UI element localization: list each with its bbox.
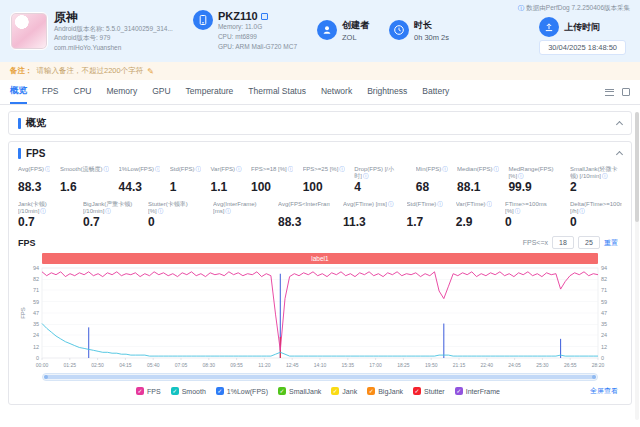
legend-label: FPS [147,388,161,395]
metric-value: 100 [303,181,345,194]
legend-checkbox-icon[interactable]: ✓ [331,387,339,395]
metric-info-icon[interactable]: ⓘ [45,166,51,172]
svg-text:18:25: 18:25 [397,362,410,368]
tab-Temperature[interactable]: Temperature [186,80,234,104]
svg-text:71: 71 [601,287,607,293]
legend-checkbox-icon[interactable]: ✓ [136,387,144,395]
svg-text:04:15: 04:15 [119,362,132,368]
upload-time-value: 30/04/2025 18:48:50 [539,40,626,55]
page-scrollbar[interactable] [635,112,639,420]
annotation-band[interactable]: label1 [42,253,598,264]
metric-Avg(FPS): Avg(FPS)ⓘ88.3 [18,166,50,194]
metric-Min(FPS): Min(FPS)ⓘ68 [416,166,448,194]
metric-info-icon[interactable]: ⓘ [388,201,394,207]
upload-label: 上传时间 [564,21,600,34]
android-version-name: Android版本名称: 5.5.0_31400259_314... [54,24,173,33]
metric-info-icon[interactable]: ⓘ [518,173,524,179]
duration-value: 0h 30m 2s [414,33,449,42]
metric-info-icon[interactable]: ⓘ [158,208,164,214]
threshold-input-2[interactable] [578,236,600,249]
metric-Delta(FTime>=100ms) [/h]: Delta(FTime>=100ms) [/h]ⓘ0 [570,201,622,229]
chart-scrollbar[interactable] [42,373,598,381]
fps-metrics-row-2: Jank(卡顿) [/10min]ⓘ0.7BigJank(严重卡顿) [/10m… [18,201,622,229]
metric-info-icon[interactable]: ⓘ [493,166,499,172]
metric-info-icon[interactable]: ⓘ [579,208,585,214]
legend-label: InterFrame [466,388,500,395]
metric-value: 1.1 [210,181,241,194]
legend-checkbox-icon[interactable]: ✓ [413,387,421,395]
collapse-chevron-icon[interactable] [616,121,623,128]
metric-value: 99.9 [508,181,560,194]
svg-text:59: 59 [601,299,607,305]
metric-info-icon[interactable]: ⓘ [442,166,448,172]
metric-info-icon[interactable]: ⓘ [40,208,46,214]
metric-info-icon[interactable]: ⓘ [515,208,521,214]
fps-chart-svg[interactable]: 949482827171595947473535242412120000:000… [18,264,618,372]
edit-icon[interactable]: ✎ [147,67,154,76]
tab-Brightness[interactable]: Brightness [367,80,407,104]
svg-text:25:30: 25:30 [536,362,549,368]
legend-item-1%Low(FPS)[interactable]: ✓1%Low(FPS) [216,387,268,395]
fullscreen-link[interactable]: 全屏查看 [590,386,618,396]
svg-text:35: 35 [33,322,39,328]
grid-view-icon[interactable] [622,88,630,96]
legend-label: 1%Low(FPS) [227,388,268,395]
svg-text:94: 94 [601,265,607,271]
metric-info-icon[interactable]: ⓘ [225,208,231,214]
list-view-icon[interactable] [605,89,614,96]
metric-info-icon[interactable]: ⓘ [155,166,161,172]
legend-label: Jank [342,388,357,395]
svg-text:08:30: 08:30 [203,362,216,368]
threshold-input-1[interactable] [552,236,574,249]
metric-Var(FTime): Var(FTime)ⓘ2.9 [456,201,492,229]
svg-text:07:05: 07:05 [175,362,188,368]
metric-Drop(FPS) [/小时]: Drop(FPS) [/小时]ⓘ4 [354,166,406,194]
game-title: 原神 [54,10,173,24]
legend-item-BigJank[interactable]: ✓BigJank [367,387,403,395]
metric-info-icon[interactable]: ⓘ [486,201,492,207]
device-block: PKZ110 Memory: 11.0G CPU: mt6899 GPU: AR… [193,10,297,51]
metric-value: 88.3 [278,216,330,229]
accent-bar [18,148,21,159]
legend-checkbox-icon[interactable]: ✓ [171,387,179,395]
tab-Thermal Status[interactable]: Thermal Status [248,80,306,104]
tab-CPU[interactable]: CPU [74,80,92,104]
tab-Memory[interactable]: Memory [106,80,137,104]
legend-item-InterFrame[interactable]: ✓InterFrame [455,387,500,395]
chart-scrollbar-thumb[interactable] [44,375,596,379]
overview-title: 概览 [26,116,46,130]
svg-text:24: 24 [33,332,39,338]
page-scrollbar-thumb[interactable] [635,112,639,222]
metric-info-icon[interactable]: ⓘ [339,166,345,172]
metric-info-icon[interactable]: ⓘ [602,173,608,179]
reset-button[interactable]: 重置 [604,238,618,248]
legend-checkbox-icon[interactable]: ✓ [455,387,463,395]
legend-item-Stutter[interactable]: ✓Stutter [413,387,445,395]
legend-item-FPS[interactable]: ✓FPS [136,387,161,395]
metric-info-icon[interactable]: ⓘ [288,166,294,172]
legend-item-Smooth[interactable]: ✓Smooth [171,387,206,395]
metric-info-icon[interactable]: ⓘ [104,166,110,172]
metric-info-icon[interactable]: ⓘ [437,201,443,207]
metric-value: 11.3 [343,216,394,229]
remark-bar[interactable]: 备注： 请输入备注，不超过2200个字符 ✎ [0,62,640,80]
legend-checkbox-icon[interactable]: ✓ [367,387,375,395]
legend-checkbox-icon[interactable]: ✓ [278,387,286,395]
metric-info-icon[interactable]: ⓘ [363,173,369,179]
collapse-chevron-icon[interactable] [616,151,623,158]
legend-label: SmallJank [289,388,321,395]
metric-info-icon[interactable]: ⓘ [196,166,202,172]
metric-info-icon[interactable]: ⓘ [105,208,111,214]
legend-checkbox-icon[interactable]: ✓ [216,387,224,395]
tab-Network[interactable]: Network [321,80,352,104]
tab-GPU[interactable]: GPU [152,80,170,104]
metric-info-icon[interactable]: ⓘ [236,166,242,172]
metric-1%Low(FPS): 1%Low(FPS)ⓘ44.3 [119,166,161,194]
tab-FPS[interactable]: FPS [42,80,59,104]
legend-item-Jank[interactable]: ✓Jank [331,387,357,395]
svg-text:05:40: 05:40 [147,362,160,368]
tab-Battery[interactable]: Battery [422,80,449,104]
metric-FPS>=18 [%]: FPS>=18 [%]ⓘ100 [251,166,293,194]
legend-item-SmallJank[interactable]: ✓SmallJank [278,387,321,395]
tab-概览[interactable]: 概览 [10,80,27,104]
